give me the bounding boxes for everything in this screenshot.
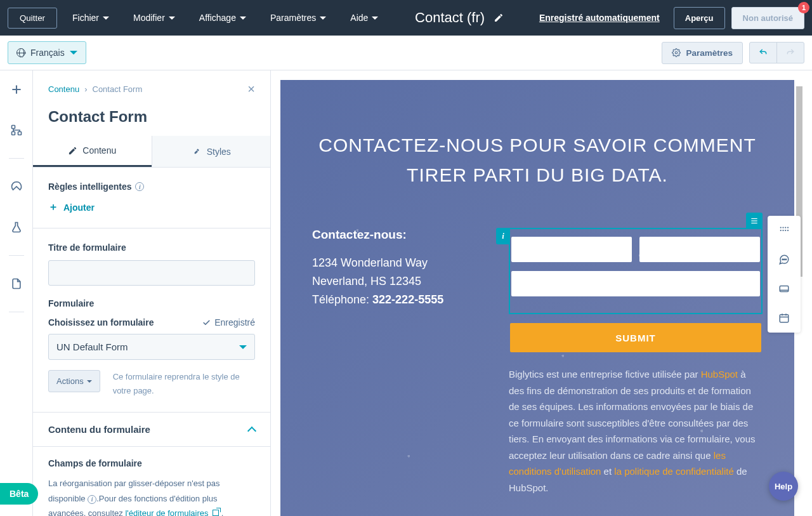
phone-number: 322-222-5555 bbox=[372, 293, 443, 306]
add-rule-button[interactable]: ＋ Ajouter bbox=[48, 201, 255, 214]
hubspot-link[interactable]: HubSpot bbox=[701, 369, 738, 380]
unauthorized-button[interactable]: Non autorisé 1 bbox=[731, 7, 804, 29]
svg-rect-22 bbox=[780, 315, 789, 322]
menu-label: Paramètres bbox=[270, 13, 316, 23]
form-field-firstname[interactable] bbox=[511, 237, 632, 262]
svg-rect-20 bbox=[780, 286, 789, 292]
form-fields-header: Champs de formulaire bbox=[48, 458, 255, 468]
selected-form-module[interactable]: i bbox=[509, 228, 763, 314]
smart-rules-label: Règles intelligentes i bbox=[48, 182, 255, 192]
tree-icon[interactable] bbox=[10, 124, 23, 136]
chevron-down-icon bbox=[87, 380, 92, 383]
info-icon[interactable]: i bbox=[135, 182, 144, 191]
form-editor-link[interactable]: l'éditeur de formulaires bbox=[125, 508, 219, 516]
sidebar: Contenu › Contact Form × Contact Form Co… bbox=[33, 70, 271, 516]
unauthorized-label: Non autorisé bbox=[743, 13, 793, 23]
contact-info-block: Contactez-nous: 1234 Wonderland Way Neve… bbox=[312, 228, 496, 496]
svg-rect-7 bbox=[751, 220, 757, 221]
breadcrumb-current: Contact Form bbox=[93, 84, 143, 94]
privacy-link[interactable]: la politique de confidentialité bbox=[614, 466, 733, 477]
form-module-wrap: i SUBMIT Biglytics bbox=[509, 228, 763, 496]
addr-line2: Neverland, HS 12345 bbox=[312, 273, 496, 290]
gauge-icon[interactable] bbox=[10, 180, 23, 193]
canvas: CONTACTEZ-NOUS POUR SAVOIR COMMENT TIRER… bbox=[271, 70, 812, 516]
svg-rect-3 bbox=[11, 126, 15, 129]
breadcrumb-root[interactable]: Contenu bbox=[48, 84, 79, 94]
close-panel-icon[interactable]: × bbox=[247, 82, 255, 96]
menu-label: Aide bbox=[350, 13, 368, 23]
help-button[interactable]: Help bbox=[769, 472, 798, 501]
svg-point-9 bbox=[780, 227, 782, 228]
hero-heading: CONTACTEZ-NOUS POUR SAVOIR COMMENT TIRER… bbox=[312, 131, 763, 190]
addr-line1: 1234 Wonderland Way bbox=[312, 255, 496, 272]
actions-label: Actions bbox=[56, 376, 84, 386]
form-fields-panel: Champs de formulaire La réorganisation p… bbox=[33, 447, 270, 516]
hero-section: CONTACTEZ-NOUS POUR SAVOIR COMMENT TIRER… bbox=[280, 80, 794, 516]
beta-badge[interactable]: Bêta bbox=[0, 483, 38, 505]
menu-label: Modifier bbox=[133, 13, 165, 23]
file-icon[interactable] bbox=[10, 277, 23, 290]
language-select[interactable]: Français bbox=[8, 41, 86, 64]
grid-icon[interactable] bbox=[778, 225, 790, 236]
form-title-input[interactable] bbox=[48, 260, 255, 286]
svg-rect-4 bbox=[18, 132, 21, 135]
tab-styles[interactable]: Styles bbox=[152, 136, 271, 167]
svg-point-13 bbox=[780, 230, 782, 231]
saved-indicator: Enregistré bbox=[202, 317, 255, 327]
undo-redo-group bbox=[749, 42, 804, 63]
pencil-icon bbox=[68, 146, 77, 155]
globe-icon bbox=[16, 48, 25, 57]
right-dock bbox=[768, 216, 801, 333]
tool-row: Français Paramètres bbox=[0, 36, 812, 70]
flask-icon[interactable] bbox=[10, 221, 23, 234]
menu-file[interactable]: Fichier bbox=[63, 6, 118, 29]
menu-label: Affichage bbox=[199, 13, 236, 23]
form-select[interactable]: UN Default Form bbox=[48, 334, 255, 360]
submit-button[interactable]: SUBMIT bbox=[510, 323, 761, 352]
main-layout: Contenu › Contact Form × Contact Form Co… bbox=[0, 70, 812, 516]
settings-button[interactable]: Paramètres bbox=[662, 42, 743, 64]
edit-title-icon[interactable] bbox=[494, 13, 504, 23]
actions-button[interactable]: Actions bbox=[48, 370, 100, 392]
chevron-right-icon: › bbox=[84, 84, 87, 94]
chevron-down-icon bbox=[103, 17, 109, 20]
menu-edit[interactable]: Modifier bbox=[124, 6, 184, 29]
redo-button[interactable] bbox=[776, 43, 804, 63]
phone-line: Téléphone: 322-222-5555 bbox=[312, 291, 496, 308]
device-icon[interactable] bbox=[778, 283, 790, 294]
exit-button[interactable]: Quitter bbox=[8, 8, 57, 29]
external-link-icon bbox=[213, 510, 219, 516]
comment-icon[interactable] bbox=[778, 254, 790, 265]
form-field-lastname[interactable] bbox=[639, 237, 760, 262]
menu-help[interactable]: Aide bbox=[341, 6, 387, 29]
svg-rect-8 bbox=[751, 223, 757, 223]
tab-styles-label: Styles bbox=[207, 147, 231, 157]
preview-button[interactable]: Aperçu bbox=[674, 7, 725, 29]
svg-point-11 bbox=[785, 227, 786, 228]
page-title-text: Contact (fr) bbox=[415, 10, 485, 26]
menu-settings[interactable]: Paramètres bbox=[261, 6, 335, 29]
svg-point-18 bbox=[784, 259, 785, 260]
add-icon[interactable] bbox=[10, 83, 23, 96]
module-list-badge-icon[interactable] bbox=[746, 213, 763, 229]
autosave-link[interactable]: Enregistré automatiquement bbox=[539, 13, 660, 23]
undo-button[interactable] bbox=[750, 43, 776, 63]
form-style-note: Ce formulaire reprendra le style de votr… bbox=[113, 370, 255, 398]
menu-view[interactable]: Affichage bbox=[190, 6, 255, 29]
svg-point-0 bbox=[676, 51, 678, 54]
tab-content[interactable]: Contenu bbox=[33, 136, 152, 167]
info-icon[interactable]: i bbox=[88, 495, 96, 504]
calendar-icon[interactable] bbox=[778, 312, 790, 324]
svg-point-14 bbox=[782, 230, 783, 231]
form-field-email[interactable] bbox=[511, 271, 760, 296]
language-label: Français bbox=[30, 48, 65, 58]
form-title-label: Titre de formulaire bbox=[48, 242, 255, 253]
svg-point-17 bbox=[782, 259, 783, 260]
sidebar-tabs: Contenu Styles bbox=[33, 136, 270, 168]
module-info-badge-icon[interactable]: i bbox=[496, 228, 510, 244]
svg-point-16 bbox=[787, 230, 789, 231]
settings-label: Paramètres bbox=[686, 48, 733, 58]
menu-label: Fichier bbox=[72, 13, 99, 23]
form-content-accordion[interactable]: Contenu du formulaire bbox=[33, 413, 270, 447]
chevron-down-icon bbox=[239, 345, 247, 349]
